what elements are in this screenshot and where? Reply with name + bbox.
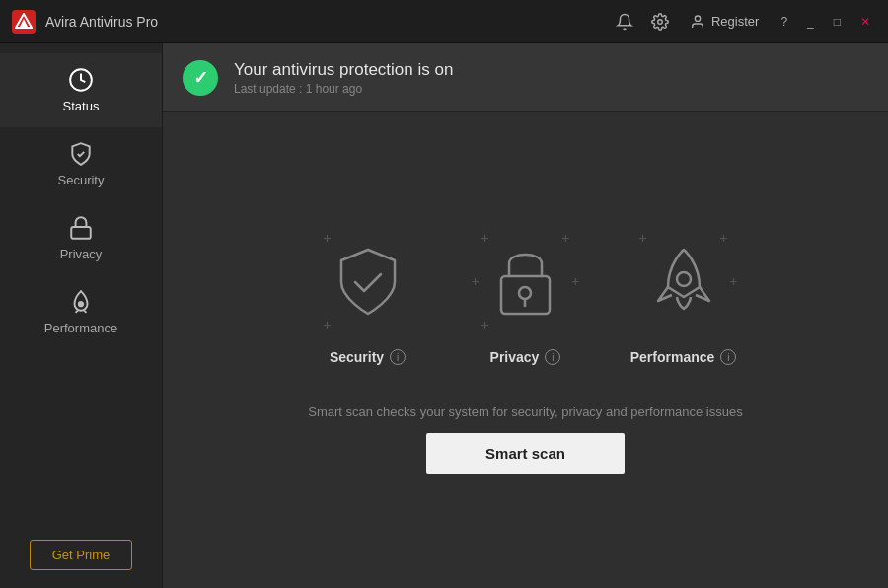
register-label: Register bbox=[711, 14, 759, 29]
security-card-icon-area: + + bbox=[314, 227, 422, 335]
sidebar-item-privacy[interactable]: Privacy bbox=[0, 201, 162, 275]
maximize-button[interactable]: □ bbox=[828, 13, 847, 31]
status-subtitle: Last update : 1 hour ago bbox=[234, 82, 453, 96]
svg-point-4 bbox=[79, 302, 83, 306]
app-logo bbox=[12, 10, 36, 34]
security-card-label: Security i bbox=[330, 349, 406, 365]
svg-rect-3 bbox=[71, 227, 91, 239]
security-info-icon[interactable]: i bbox=[390, 349, 406, 365]
main-layout: Status Security Privacy bbox=[0, 43, 888, 588]
minimize-button[interactable]: _ bbox=[801, 13, 820, 31]
svg-point-8 bbox=[677, 272, 691, 286]
status-bar: ✓ Your antivirus protection is on Last u… bbox=[163, 43, 888, 112]
svg-rect-5 bbox=[501, 276, 550, 314]
svg-point-1 bbox=[695, 16, 700, 21]
sidebar-item-performance-label: Performance bbox=[44, 321, 117, 335]
svg-point-6 bbox=[519, 287, 531, 299]
help-button[interactable]: ? bbox=[775, 13, 793, 31]
status-nav-icon bbox=[68, 67, 94, 93]
security-nav-icon bbox=[68, 141, 94, 167]
titlebar: Avira Antivirus Pro Register ? _ □ bbox=[0, 0, 888, 43]
smart-scan-button[interactable]: Smart scan bbox=[426, 433, 625, 474]
sidebar-item-privacy-label: Privacy bbox=[60, 247, 103, 261]
sidebar-item-status-label: Status bbox=[63, 99, 100, 113]
privacy-card[interactable]: + + + + + bbox=[472, 227, 580, 365]
performance-nav-icon bbox=[68, 289, 94, 315]
app-title: Avira Antivirus Pro bbox=[45, 14, 611, 30]
sidebar: Status Security Privacy bbox=[0, 43, 163, 588]
register-button[interactable]: Register bbox=[682, 10, 767, 34]
performance-card[interactable]: + + + bbox=[629, 227, 738, 365]
close-button[interactable]: ✕ bbox=[854, 13, 876, 31]
privacy-info-icon[interactable]: i bbox=[545, 349, 560, 365]
security-card[interactable]: + + Security i bbox=[314, 227, 422, 365]
status-text-block: Your antivirus protection is on Last upd… bbox=[234, 60, 453, 96]
sidebar-item-security-label: Security bbox=[58, 173, 105, 187]
performance-rocket-icon bbox=[650, 242, 717, 321]
privacy-nav-icon bbox=[68, 215, 94, 241]
privacy-card-icon-area: + + + + + bbox=[472, 227, 580, 335]
cards-area: + + Security i + bbox=[163, 112, 888, 588]
privacy-card-label: Privacy i bbox=[490, 349, 561, 365]
settings-icon[interactable] bbox=[646, 8, 674, 36]
cards-row: + + Security i + bbox=[314, 227, 738, 365]
svg-point-0 bbox=[658, 19, 663, 24]
get-prime-button[interactable]: Get Prime bbox=[30, 540, 133, 570]
protection-status-icon: ✓ bbox=[183, 60, 218, 96]
sidebar-item-security[interactable]: Security bbox=[0, 127, 162, 201]
smart-scan-description: Smart scan checks your system for securi… bbox=[308, 404, 742, 419]
performance-info-icon[interactable]: i bbox=[720, 349, 736, 365]
performance-card-label: Performance i bbox=[630, 349, 737, 365]
notifications-icon[interactable] bbox=[611, 8, 638, 36]
status-title: Your antivirus protection is on bbox=[234, 60, 453, 80]
smart-scan-area: Smart scan checks your system for securi… bbox=[308, 404, 742, 474]
sidebar-item-performance[interactable]: Performance bbox=[0, 275, 162, 349]
security-shield-icon bbox=[333, 245, 403, 319]
content-area: ✓ Your antivirus protection is on Last u… bbox=[163, 43, 888, 588]
title-controls: Register ? _ □ ✕ bbox=[611, 8, 876, 36]
performance-card-icon-area: + + + bbox=[629, 227, 738, 335]
sidebar-item-status[interactable]: Status bbox=[0, 53, 162, 127]
privacy-lock-icon bbox=[493, 242, 557, 321]
